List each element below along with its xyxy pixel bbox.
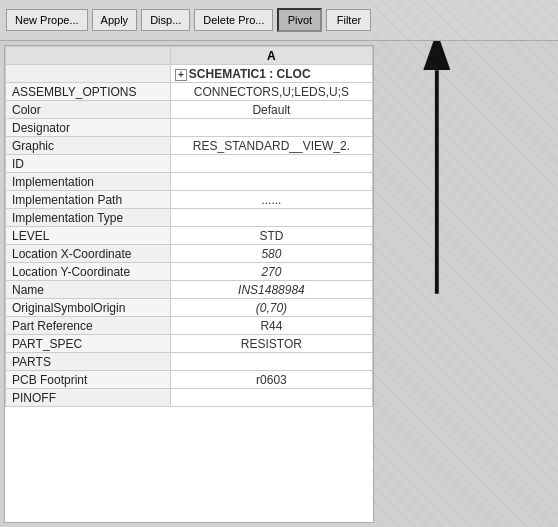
table-row: Implementation Type xyxy=(6,209,373,227)
schematic-value: +SCHEMATIC1 : CLOC xyxy=(170,65,372,83)
row-label: PINOFF xyxy=(6,389,171,407)
table-row: Implementation xyxy=(6,173,373,191)
row-label: Designator xyxy=(6,119,171,137)
row-label: Part Reference xyxy=(6,317,171,335)
row-label: Color xyxy=(6,101,171,119)
table-row: PART_SPEC RESISTOR xyxy=(6,335,373,353)
table-container[interactable]: A +SCHEMATIC1 : CLOC ASSEMBLY_OPTIONS CO… xyxy=(4,45,374,523)
row-value: RESISTOR xyxy=(170,335,372,353)
row-value xyxy=(170,209,372,227)
content-area: A +SCHEMATIC1 : CLOC ASSEMBLY_OPTIONS CO… xyxy=(0,41,558,527)
empty-label xyxy=(6,65,171,83)
table-row: Graphic RES_STANDARD__VIEW_2. xyxy=(6,137,373,155)
empty-header xyxy=(6,47,171,65)
table-row: ID xyxy=(6,155,373,173)
row-value xyxy=(170,155,372,173)
row-value: Default xyxy=(170,101,372,119)
delete-property-button[interactable]: Delete Pro... xyxy=(194,9,273,31)
row-value: ...... xyxy=(170,191,372,209)
table-row: Part Reference R44 xyxy=(6,317,373,335)
toolbar: New Prope...ApplyDisp...Delete Pro...Piv… xyxy=(0,0,558,41)
pivot-button[interactable]: Pivot xyxy=(277,8,322,32)
arrow-svg xyxy=(374,41,558,333)
row-value: 580 xyxy=(170,245,372,263)
table-row: Location X-Coordinate 580 xyxy=(6,245,373,263)
properties-table: A +SCHEMATIC1 : CLOC ASSEMBLY_OPTIONS CO… xyxy=(5,46,373,407)
display-button[interactable]: Disp... xyxy=(141,9,190,31)
row-value: (0,70) xyxy=(170,299,372,317)
row-value: INS1488984 xyxy=(170,281,372,299)
table-row: Color Default xyxy=(6,101,373,119)
new-property-button[interactable]: New Prope... xyxy=(6,9,88,31)
arrow-area xyxy=(374,41,558,527)
row-value: RES_STANDARD__VIEW_2. xyxy=(170,137,372,155)
row-label: PARTS xyxy=(6,353,171,371)
row-label: Location X-Coordinate xyxy=(6,245,171,263)
row-label: ASSEMBLY_OPTIONS xyxy=(6,83,171,101)
row-value: R44 xyxy=(170,317,372,335)
table-row: LEVEL STD xyxy=(6,227,373,245)
table-row: Location Y-Coordinate 270 xyxy=(6,263,373,281)
row-label: Location Y-Coordinate xyxy=(6,263,171,281)
row-label: PCB Footprint xyxy=(6,371,171,389)
row-value xyxy=(170,389,372,407)
apply-button[interactable]: Apply xyxy=(92,9,138,31)
table-row: PCB Footprint r0603 xyxy=(6,371,373,389)
row-label: Implementation Type xyxy=(6,209,171,227)
table-row: ASSEMBLY_OPTIONS CONNECTORS,U;LEDS,U;S xyxy=(6,83,373,101)
row-value xyxy=(170,119,372,137)
row-label: Graphic xyxy=(6,137,171,155)
col-a-header: A xyxy=(170,47,372,65)
table-row: Designator xyxy=(6,119,373,137)
table-row: PINOFF xyxy=(6,389,373,407)
main-container: New Prope...ApplyDisp...Delete Pro...Piv… xyxy=(0,0,558,527)
row-value: CONNECTORS,U;LEDS,U;S xyxy=(170,83,372,101)
table-row: Implementation Path ...... xyxy=(6,191,373,209)
schematic-row: +SCHEMATIC1 : CLOC xyxy=(6,65,373,83)
expand-button[interactable]: + xyxy=(175,69,187,81)
table-row: Name INS1488984 xyxy=(6,281,373,299)
row-label: Implementation xyxy=(6,173,171,191)
row-label: ID xyxy=(6,155,171,173)
table-row: OriginalSymbolOrigin (0,70) xyxy=(6,299,373,317)
table-row: PARTS xyxy=(6,353,373,371)
row-value: r0603 xyxy=(170,371,372,389)
row-value: STD xyxy=(170,227,372,245)
row-value xyxy=(170,173,372,191)
row-label: OriginalSymbolOrigin xyxy=(6,299,171,317)
row-value xyxy=(170,353,372,371)
row-value: 270 xyxy=(170,263,372,281)
row-label: Name xyxy=(6,281,171,299)
row-label: LEVEL xyxy=(6,227,171,245)
filter-button[interactable]: Filter xyxy=(326,9,371,31)
row-label: Implementation Path xyxy=(6,191,171,209)
col-header-row: A xyxy=(6,47,373,65)
row-label: PART_SPEC xyxy=(6,335,171,353)
